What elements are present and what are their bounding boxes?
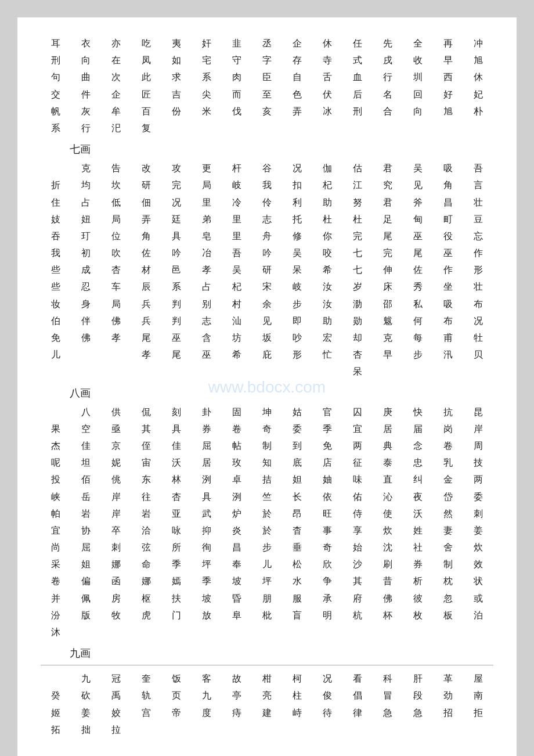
char-cell: 此 bbox=[131, 69, 161, 85]
char-cell: 再 bbox=[433, 35, 463, 52]
char-cell: 西 bbox=[433, 69, 463, 85]
char-cell: 至 bbox=[252, 86, 282, 103]
char-cell: 自 bbox=[282, 69, 312, 85]
char-cell: 匠 bbox=[131, 86, 161, 103]
char-cell: 早 bbox=[433, 52, 463, 69]
char-cell: 亦 bbox=[101, 35, 131, 52]
char-cell: 系 bbox=[41, 120, 71, 136]
char-cell: 圳 bbox=[403, 69, 433, 85]
char-cell: 式 bbox=[342, 52, 373, 69]
char-cell: 戌 bbox=[373, 52, 403, 69]
char-cell: 肉 bbox=[222, 69, 252, 85]
char-cell: 回 bbox=[403, 86, 433, 103]
char-cell: 存 bbox=[282, 52, 312, 69]
char-cell: 复 bbox=[131, 120, 161, 136]
char-cell: 伏 bbox=[312, 86, 342, 103]
char-cell: 耳 bbox=[41, 35, 71, 52]
char-cell: 血 bbox=[342, 69, 373, 85]
page: www.bdocx.com 耳 衣 亦 吃 夷 奸 韭 丞 企 休 任 先 全 … bbox=[17, 17, 517, 756]
char-cell: 在 bbox=[101, 52, 131, 69]
char-cell: 件 bbox=[71, 86, 101, 103]
char-cell: 吃 bbox=[131, 35, 161, 52]
char-cell: 休 bbox=[312, 35, 342, 52]
char-cell: 色 bbox=[282, 86, 312, 103]
char-cell: 全 bbox=[403, 35, 433, 52]
char-cell: 旭 bbox=[463, 52, 493, 69]
char-cell: 舌 bbox=[312, 69, 342, 85]
char-cell: 如 bbox=[161, 52, 192, 69]
char-cell: 向 bbox=[403, 103, 433, 120]
char-cell: 臣 bbox=[252, 69, 282, 85]
char-cell: 妃 bbox=[463, 86, 493, 103]
char-cell: 丞 bbox=[252, 35, 282, 52]
char-cell: 尖 bbox=[192, 86, 222, 103]
six-stroke-grid: 耳 衣 亦 吃 夷 奸 韭 丞 企 休 任 先 全 再 冲 刑 向 在 凤 如 … bbox=[41, 35, 493, 136]
char-cell: 米 bbox=[192, 103, 222, 120]
char-cell: 向 bbox=[71, 52, 101, 69]
char-cell: 曲 bbox=[71, 69, 101, 85]
char-cell: 帆 bbox=[41, 103, 71, 120]
char-cell: 系 bbox=[192, 69, 222, 85]
char-cell bbox=[161, 120, 192, 136]
char-cell: 吉 bbox=[161, 86, 192, 103]
char-cell: 份 bbox=[161, 103, 192, 120]
char-cell: 行 bbox=[71, 120, 101, 136]
char-cell: 先 bbox=[373, 35, 403, 52]
char-cell: 牟 bbox=[101, 103, 131, 120]
char-cell: 凤 bbox=[131, 52, 161, 69]
nine-stroke-grid: 九 冠 奎 饭 客 故 柑 柯 况 看 科 肝 革 屋 癸 砍 禹 轨 页 九 … bbox=[41, 670, 493, 738]
char-cell: 灰 bbox=[71, 103, 101, 120]
divider bbox=[41, 665, 493, 665]
char-cell: 衣 bbox=[71, 35, 101, 52]
char-cell: 弄 bbox=[282, 103, 312, 120]
char-cell: 次 bbox=[101, 69, 131, 85]
char-cell: 字 bbox=[252, 52, 282, 69]
char-cell: 好 bbox=[433, 86, 463, 103]
char-cell: 而 bbox=[222, 86, 252, 103]
char-cell: 合 bbox=[373, 103, 403, 120]
char-cell: 句 bbox=[41, 69, 71, 85]
char-cell: 百 bbox=[131, 103, 161, 120]
char-cell: 休 bbox=[463, 69, 493, 85]
char-cell: 韭 bbox=[222, 35, 252, 52]
char-cell: 宅 bbox=[192, 52, 222, 69]
eight-stroke-header: 八画 bbox=[70, 386, 493, 400]
char-cell: 收 bbox=[403, 52, 433, 69]
seven-stroke-header: 七画 bbox=[70, 142, 493, 156]
char-cell: 朴 bbox=[463, 103, 493, 120]
char-cell: 旭 bbox=[433, 103, 463, 120]
char-cell: 奸 bbox=[192, 35, 222, 52]
char-cell: 刑 bbox=[342, 103, 373, 120]
char-cell: 亥 bbox=[252, 103, 282, 120]
char-cell: 行 bbox=[373, 69, 403, 85]
char-cell: 夷 bbox=[161, 35, 192, 52]
char-cell: 刑 bbox=[41, 52, 71, 69]
char-cell: 冲 bbox=[463, 35, 493, 52]
char-cell: 交 bbox=[41, 86, 71, 103]
char-cell: 汜 bbox=[101, 120, 131, 136]
char-cell: 名 bbox=[373, 86, 403, 103]
char-cell: 任 bbox=[342, 35, 373, 52]
char-cell: 伐 bbox=[222, 103, 252, 120]
char-cell: 守 bbox=[222, 52, 252, 69]
char-cell: 企 bbox=[101, 86, 131, 103]
eight-stroke-grid: 八 供 侃 刻 卦 固 坤 姑 官 囚 庚 快 抗 昆 果 空 亟 其 具 券 … bbox=[41, 404, 493, 641]
seven-stroke-grid: 克 告 改 攻 更 杆 谷 况 伽 估 君 吴 吸 吾 折 均 坎 研 完 局 … bbox=[41, 160, 493, 380]
char-cell: 后 bbox=[342, 86, 373, 103]
nine-stroke-header: 九画 bbox=[70, 646, 493, 660]
char-cell: 寺 bbox=[312, 52, 342, 69]
char-cell: 求 bbox=[161, 69, 192, 85]
char-cell: 企 bbox=[282, 35, 312, 52]
char-cell: 冰 bbox=[312, 103, 342, 120]
